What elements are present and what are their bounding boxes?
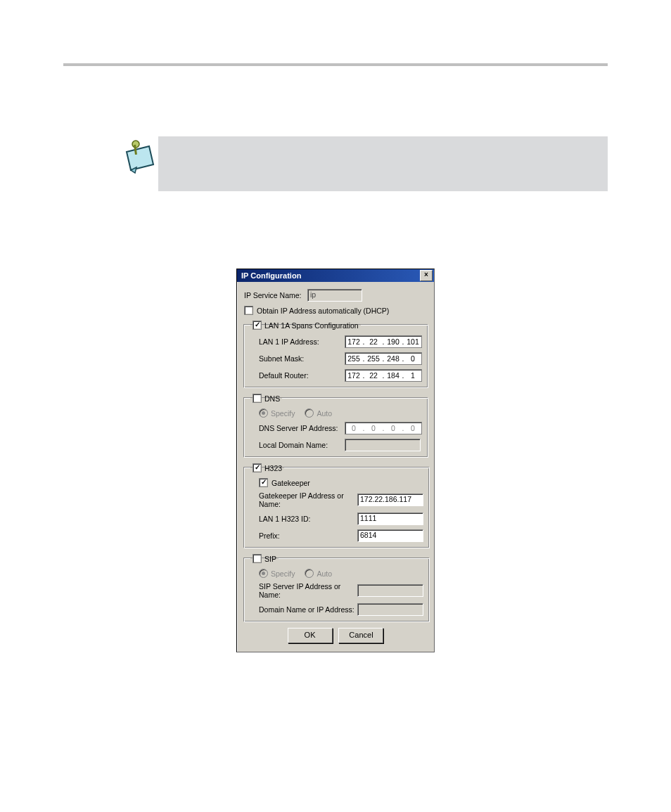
lan-legend: LAN 1A Spans Configuration	[264, 321, 359, 330]
dns-group: DNS Specify Auto DNS Server IP Address: …	[244, 394, 428, 458]
subnet-label: Subnet Mask:	[259, 354, 345, 363]
sip-server-label: SIP Server IP Address or Name:	[259, 582, 357, 599]
ok-button[interactable]: OK	[288, 628, 333, 643]
cancel-button[interactable]: Cancel	[338, 628, 383, 643]
h323-group: H323 Gatekeeper Gatekeeper IP Address or…	[244, 463, 430, 548]
h323-checkbox[interactable]	[253, 463, 262, 472]
h323id-label: LAN 1 H323 ID:	[259, 515, 357, 523]
prefix-label: Prefix:	[259, 531, 357, 540]
dns-server-input: 0. 0. 0. 0	[345, 422, 422, 434]
gk-ip-label: Gatekeeper IP Address or Name:	[259, 491, 357, 508]
router-input[interactable]: 172. 22. 184. 1	[345, 369, 422, 382]
note-pin-icon	[120, 136, 158, 179]
dns-server-label: DNS Server IP Address:	[259, 424, 345, 432]
gatekeeper-label: Gatekeeper	[271, 479, 310, 487]
prefix-input[interactable]: 6814	[357, 529, 423, 542]
ip-service-name-label: IP Service Name:	[244, 291, 307, 299]
sip-domain-input	[357, 603, 423, 616]
sip-domain-label: Domain Name or IP Address:	[259, 605, 357, 614]
h323-legend: H323	[264, 464, 282, 472]
lan-group: LAN 1A Spans Configuration LAN 1 IP Addr…	[244, 321, 428, 388]
router-label: Default Router:	[259, 371, 345, 380]
dns-auto-radio	[305, 408, 314, 418]
dhcp-checkbox[interactable]	[244, 306, 253, 315]
dns-local-domain-label: Local Domain Name:	[259, 441, 345, 449]
h323id-input[interactable]: 1111	[357, 513, 423, 525]
sip-auto-label: Auto	[317, 569, 332, 578]
close-button[interactable]: ×	[420, 270, 433, 281]
ip-configuration-dialog: IP Configuration × IP Service Name: ip O…	[236, 269, 435, 652]
dhcp-label: Obtain IP Address automatically (DHCP)	[257, 307, 389, 315]
dns-legend: DNS	[264, 394, 280, 403]
dns-specify-radio	[259, 408, 268, 418]
dns-auto-label: Auto	[317, 409, 332, 418]
lan-checkbox[interactable]	[253, 321, 262, 330]
lan-ip-label: LAN 1 IP Address:	[259, 337, 345, 346]
sip-server-input	[357, 584, 423, 597]
gatekeeper-checkbox[interactable]	[259, 478, 268, 487]
gk-ip-input[interactable]: 172.22.186.117	[357, 494, 423, 506]
dialog-titlebar: IP Configuration ×	[237, 269, 434, 282]
note-row	[120, 136, 608, 191]
ip-service-name-input[interactable]: ip	[307, 289, 362, 302]
page-divider	[63, 63, 608, 66]
subnet-input[interactable]: 255. 255. 248. 0	[345, 352, 422, 365]
sip-checkbox[interactable]	[253, 554, 262, 563]
sip-specify-label: Specify	[271, 569, 295, 578]
sip-group: SIP Specify Auto SIP Server IP Address o…	[244, 554, 430, 622]
dns-specify-label: Specify	[271, 409, 295, 418]
dns-local-domain-input	[345, 439, 421, 451]
sip-auto-radio	[305, 569, 314, 578]
note-box	[158, 136, 608, 191]
sip-legend: SIP	[264, 555, 276, 563]
dns-checkbox[interactable]	[253, 394, 262, 403]
lan-ip-input[interactable]: 172. 22. 190. 101	[345, 335, 422, 348]
sip-specify-radio	[259, 569, 268, 578]
dialog-title: IP Configuration	[241, 271, 301, 280]
